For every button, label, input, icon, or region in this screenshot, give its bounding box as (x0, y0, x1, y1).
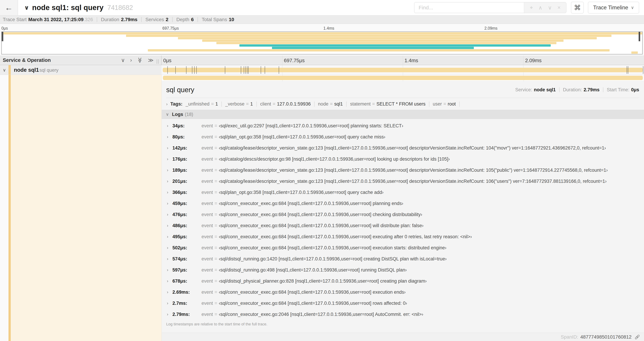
span-row-timeline-cell[interactable] (162, 65, 644, 75)
log-row[interactable]: › 502μs: event = ‹sql/conn_executor_exec… (166, 242, 639, 253)
trace-summary-bar: Trace Start March 31 2022, 17:25:09.326 … (0, 15, 644, 24)
timeline-tick-label: 697.75μs (282, 58, 305, 63)
log-row[interactable]: › 189μs: event = ‹sql/catalog/lease/desc… (166, 165, 639, 176)
span-row[interactable]: ∨ node sql1 sql query (0, 65, 644, 75)
chevron-right-icon[interactable]: › (166, 179, 172, 184)
find-control-icon[interactable]: ∧ (538, 5, 542, 11)
minimap-span-bar (126, 35, 612, 37)
chevron-right-icon[interactable]: › (166, 102, 168, 107)
divider (314, 102, 314, 107)
minimap-right-drag-handle[interactable] (639, 32, 640, 41)
chevron-right-icon[interactable]: › (166, 134, 172, 139)
collapse-expand-icon[interactable]: ≫ (148, 57, 154, 63)
log-row[interactable]: › 486μs: event = ‹sql/conn_executor_exec… (166, 220, 639, 231)
chevron-right-icon[interactable]: › (166, 223, 172, 228)
divider (459, 102, 460, 107)
collapse-expand-icon[interactable]: › (130, 57, 132, 63)
tag-key: _unfinished (186, 101, 210, 107)
trace-start-fraction: .326 (84, 17, 93, 22)
log-field-key: event (202, 212, 213, 217)
column-resize-grip[interactable] (157, 59, 159, 64)
log-field-key: event (202, 190, 213, 195)
log-field-key: event (202, 301, 213, 306)
log-row[interactable]: › 2.7ms: event = ‹sql/conn_executor_exec… (166, 298, 639, 309)
log-timestamp: 2.79ms: (172, 312, 202, 317)
log-field-value: ‹sql/plan_opt.go:358 [nsql1,client=127.0… (219, 190, 384, 195)
duration-label: Duration (101, 17, 119, 22)
log-row[interactable]: › 176μs: event = ‹sql/catalog/descs/desc… (166, 154, 639, 165)
log-row[interactable]: › 366μs: event = ‹sql/plan_opt.go:358 [n… (166, 187, 639, 198)
chevron-right-icon[interactable]: › (166, 290, 172, 294)
log-event-tick (196, 66, 197, 74)
log-field-value: ‹sql/distsql_running.go:498 [nsql1,clien… (219, 267, 407, 273)
log-field-value: ‹sql/conn_executor_exec.go:684 [nsql1,cl… (219, 289, 406, 295)
minimap-left-drag-handle[interactable] (2, 32, 3, 41)
chevron-down-icon[interactable]: ∨ (166, 112, 169, 117)
divider (346, 102, 346, 107)
find-control-icon[interactable]: × (558, 5, 560, 11)
chevron-right-icon[interactable]: › (166, 312, 172, 317)
span-row-name-cell[interactable]: ∨ node sql1 sql query (0, 65, 162, 75)
log-event-tick (246, 66, 246, 74)
divider (429, 102, 429, 107)
log-row[interactable]: › 678μs: event = ‹sql/distsql_physical_p… (166, 275, 639, 287)
collapse-trace-icon[interactable]: ∨ (24, 4, 29, 11)
chevron-right-icon[interactable]: › (166, 212, 172, 217)
logs-section-header[interactable]: ∨ Logs (18) (162, 110, 644, 119)
log-row[interactable]: › 476μs: event = ‹sql/conn_executor_exec… (166, 209, 639, 220)
log-row[interactable]: › 2.79ms: event = ‹sql/conn_executor_exe… (166, 309, 639, 320)
service-label: Service: (515, 87, 532, 93)
back-button[interactable]: ← (0, 0, 18, 15)
chevron-right-icon[interactable]: › (166, 157, 172, 161)
chevron-right-icon[interactable]: › (166, 190, 172, 195)
trace-id: 7418682 (107, 4, 133, 12)
chevron-right-icon[interactable]: › (166, 267, 172, 272)
log-row[interactable]: › 2.69ms: event = ‹sql/conn_executor_exe… (166, 287, 639, 298)
chevron-right-icon[interactable]: › (166, 146, 172, 150)
chevron-right-icon[interactable]: › (166, 168, 172, 173)
link-icon[interactable] (634, 334, 640, 340)
chevron-right-icon[interactable]: › (166, 256, 172, 261)
log-field-key: event (202, 145, 213, 151)
chevron-right-icon[interactable]: › (166, 123, 172, 128)
log-field-key: event (202, 234, 213, 239)
collapse-expand-icon[interactable]: ∨ (121, 57, 125, 63)
log-row[interactable]: › 574μs: event = ‹sql/distsql_running.go… (166, 253, 639, 264)
log-event-tick (248, 66, 248, 74)
operation-name: sql query (40, 68, 58, 73)
log-row[interactable]: › 201μs: event = ‹sql/catalog/lease/desc… (166, 176, 639, 187)
log-row[interactable]: › 80μs: event = ‹sql/plan_opt.go:358 [ns… (166, 131, 639, 142)
log-row[interactable]: › 459μs: event = ‹sql/conn_executor_exec… (166, 198, 639, 209)
log-row[interactable]: › 34μs: event = ‹sql/exec_util.go:2297 [… (166, 120, 639, 131)
keyboard-shortcuts-button[interactable]: ⌘ (571, 2, 584, 14)
minimap-span-bar (178, 37, 597, 39)
chevron-right-icon[interactable]: › (166, 201, 172, 206)
log-field-key: event (202, 201, 213, 206)
duration-label: Duration: (563, 87, 582, 93)
tags-row[interactable]: › Tags: _unfinished = 1 (166, 101, 639, 107)
log-event-tick (192, 66, 192, 74)
chevron-right-icon[interactable]: › (166, 301, 172, 306)
trace-view-select[interactable]: Trace Timeline ∨ (588, 2, 639, 14)
collapse-expand-icon[interactable]: ≫ (137, 57, 143, 63)
find-control-icon[interactable]: ∨ (548, 5, 552, 11)
log-row[interactable]: › 142μs: event = ‹sql/catalog/lease/desc… (166, 142, 639, 154)
collapse-children-icon[interactable]: ∨ (3, 68, 6, 73)
log-timestamps-note: Log timestamps are relative to the start… (166, 322, 639, 326)
log-field-equals: = (214, 223, 217, 228)
chevron-right-icon[interactable]: › (166, 245, 172, 250)
selected-span-duration-bar[interactable] (163, 76, 643, 80)
find-input[interactable] (414, 3, 524, 13)
log-field-equals: = (214, 145, 217, 151)
tag-equals: = (211, 101, 214, 107)
find-control-icon[interactable]: ⌖ (530, 5, 533, 11)
minimap-canvas[interactable] (2, 32, 642, 54)
log-row[interactable]: › 495μs: event = ‹sql/conn_executor_exec… (166, 231, 639, 242)
log-timestamp: 142μs: (172, 145, 202, 151)
chevron-right-icon[interactable]: › (166, 234, 172, 239)
log-timestamp: 574μs: (172, 256, 202, 262)
log-event-tick (643, 66, 643, 74)
log-row[interactable]: › 597μs: event = ‹sql/distsql_running.go… (166, 264, 639, 275)
span-duration-bar[interactable] (163, 68, 643, 72)
chevron-right-icon[interactable]: › (166, 279, 172, 283)
